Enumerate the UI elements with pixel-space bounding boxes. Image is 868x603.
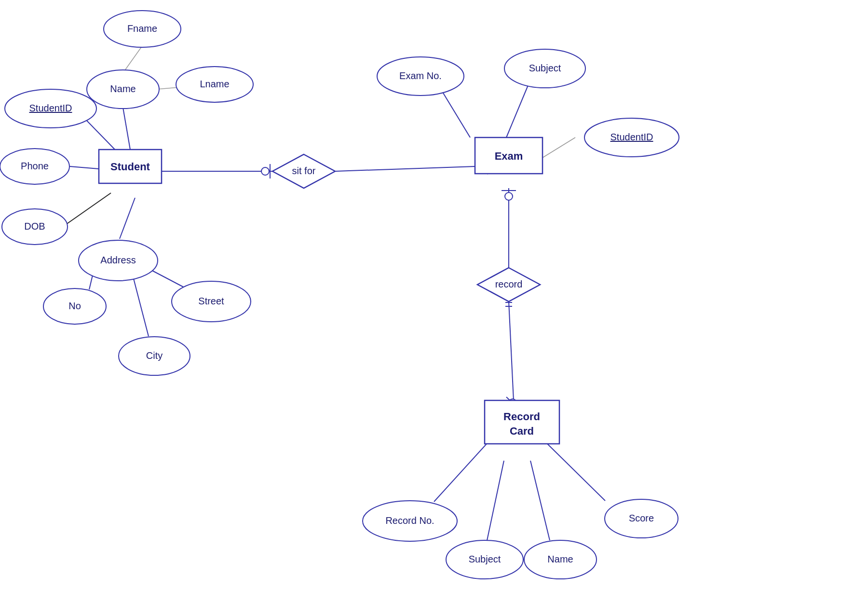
address-street-line [149, 269, 188, 289]
dob-text: DOB [24, 221, 45, 232]
rc-recordno-line [434, 438, 492, 502]
recordno-text: Record No. [385, 515, 434, 526]
rc-name-line [530, 461, 550, 540]
no-text: No [68, 301, 81, 311]
address-city-line [133, 275, 149, 336]
examno-exam-line [439, 86, 470, 137]
examno-text: Exam No. [399, 70, 442, 81]
sitfor-exam-line [335, 166, 475, 171]
record-recordcard-line [509, 302, 514, 400]
lname-text: Lname [200, 79, 229, 89]
rc-subject-line [487, 461, 504, 540]
city-text: City [146, 350, 163, 361]
street-text: Street [198, 296, 224, 306]
record-card-label-line1: Record [503, 411, 540, 423]
name-rc-text: Name [547, 554, 573, 564]
studentid-exam-line [540, 137, 575, 159]
dob-student-line [63, 193, 111, 227]
record-card-label-line2: Card [510, 425, 534, 437]
subject-exam-line [506, 80, 530, 137]
name-text: Name [110, 83, 136, 94]
er-diagram: sit for record Student Exam Record Card … [0, 0, 868, 603]
phone-student-line [70, 166, 99, 169]
student-label: Student [110, 161, 150, 173]
studentid-exam-text: StudentID [610, 132, 653, 142]
fname-name-line [124, 46, 142, 71]
phone-text: Phone [21, 161, 49, 171]
subject-exam-text: Subject [529, 63, 561, 73]
subject-rc-text: Subject [469, 554, 501, 564]
exam-label: Exam [495, 150, 523, 162]
fname-text: Fname [127, 23, 157, 34]
sit-for-label: sit for [292, 165, 316, 176]
exam-record-zero-circle [505, 192, 513, 200]
studentid-text: StudentID [29, 103, 72, 113]
zero-circle [261, 167, 269, 175]
record-label: record [495, 279, 523, 289]
student-address-line [120, 198, 135, 239]
name-student-line [123, 108, 130, 150]
address-text: Address [100, 255, 136, 265]
score-text: Score [629, 513, 654, 523]
rc-score-line [547, 444, 605, 501]
